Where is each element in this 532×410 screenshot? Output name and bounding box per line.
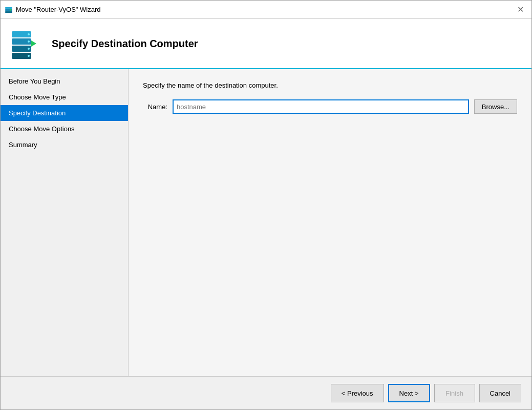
close-button[interactable]: ✕ bbox=[513, 3, 527, 17]
footer: < Previous Next > Finish Cancel bbox=[1, 376, 531, 409]
name-form-row: Name: Browse... bbox=[143, 99, 517, 114]
header-area: Specify Destination Computer bbox=[1, 19, 531, 69]
title-bar: Move "Router-VyOS" Wizard ✕ bbox=[1, 1, 531, 19]
window-title: Move "Router-VyOS" Wizard bbox=[16, 6, 101, 13]
svg-point-10 bbox=[28, 48, 30, 50]
name-input[interactable] bbox=[173, 99, 469, 114]
name-label: Name: bbox=[143, 103, 167, 111]
svg-point-8 bbox=[28, 33, 30, 35]
wizard-window: Move "Router-VyOS" Wizard ✕ Specify De bbox=[0, 0, 532, 410]
sidebar-item-choose-move-type[interactable]: Choose Move Type bbox=[1, 89, 128, 105]
browse-button[interactable]: Browse... bbox=[474, 99, 517, 114]
sidebar-item-before-you-begin[interactable]: Before You Begin bbox=[1, 73, 128, 89]
sidebar-item-choose-move-options[interactable]: Choose Move Options bbox=[1, 121, 128, 137]
main-content: Specify the name of the destination comp… bbox=[129, 69, 531, 376]
svg-rect-2 bbox=[5, 11, 12, 13]
svg-marker-12 bbox=[31, 40, 36, 47]
sidebar: Before You Begin Choose Move Type Specif… bbox=[1, 69, 129, 376]
cancel-button[interactable]: Cancel bbox=[479, 384, 521, 402]
svg-rect-0 bbox=[5, 7, 12, 9]
svg-point-9 bbox=[28, 40, 30, 43]
server-icon bbox=[11, 27, 36, 60]
next-button[interactable]: Next > bbox=[388, 384, 430, 402]
svg-point-11 bbox=[28, 55, 30, 57]
window-icon bbox=[5, 6, 13, 14]
page-title: Specify Destination Computer bbox=[52, 38, 198, 50]
previous-button[interactable]: < Previous bbox=[331, 384, 384, 402]
header-icon-wrapper bbox=[11, 27, 44, 60]
finish-button[interactable]: Finish bbox=[434, 384, 475, 402]
description-text: Specify the name of the destination comp… bbox=[143, 81, 517, 89]
sidebar-item-summary[interactable]: Summary bbox=[1, 137, 128, 153]
title-bar-left: Move "Router-VyOS" Wizard bbox=[5, 6, 101, 14]
sidebar-item-specify-destination[interactable]: Specify Destination bbox=[1, 105, 128, 121]
content-area: Before You Begin Choose Move Type Specif… bbox=[1, 69, 531, 376]
